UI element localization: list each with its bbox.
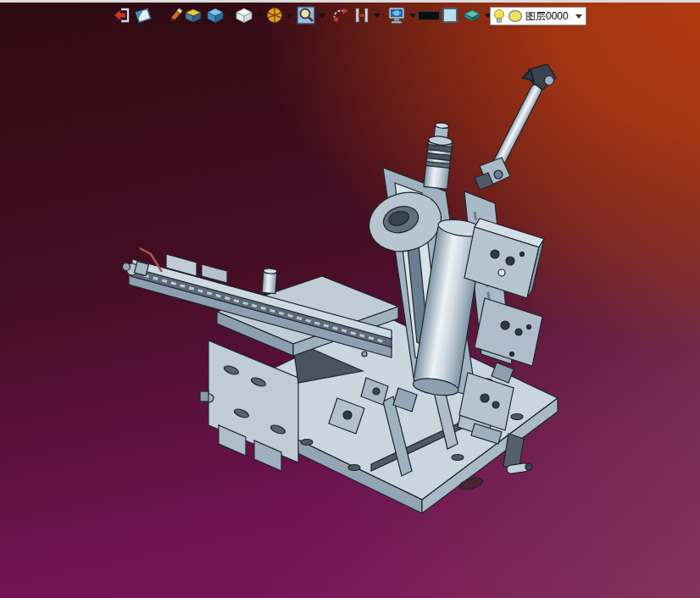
chevron-down-icon[interactable] <box>286 14 293 18</box>
lightbulb-on-icon <box>493 8 505 24</box>
shaded-display-button[interactable] <box>206 5 235 25</box>
orange-segmented-sphere-icon <box>266 7 283 24</box>
main-toolbar: 图层0000 <box>0 3 700 28</box>
magnifier-square-icon <box>297 6 315 25</box>
combo-dropdown-arrow-icon[interactable] <box>575 14 582 19</box>
monitor-render-icon <box>387 6 406 25</box>
wireframe-display-button[interactable] <box>235 5 264 25</box>
color-swatch-icon <box>442 8 458 23</box>
line-width-button[interactable] <box>418 5 440 25</box>
exit-door-arrow-icon <box>114 7 131 24</box>
chevron-down-icon[interactable] <box>374 14 381 18</box>
view-plane-icon <box>135 6 153 25</box>
application-window: 图层0000 <box>0 0 700 598</box>
wireframe-cube-icon <box>235 7 253 24</box>
zoom-window-button[interactable] <box>297 5 325 25</box>
exit-button[interactable] <box>114 5 131 25</box>
chevron-down-icon[interactable] <box>228 14 235 18</box>
3d-viewport[interactable] <box>0 0 700 598</box>
line-width-swatch-icon <box>418 11 440 20</box>
box-yellow-top-icon <box>184 7 203 24</box>
layer-color-swatch-icon <box>508 9 523 23</box>
layer-name-label: 图层0000 <box>525 8 569 25</box>
chevron-down-icon[interactable] <box>257 14 264 18</box>
chevron-down-icon[interactable] <box>157 14 164 18</box>
layer-slab-icon <box>463 8 481 23</box>
render-button[interactable] <box>387 5 416 25</box>
pencil-icon <box>168 7 183 24</box>
chevron-down-icon[interactable] <box>409 14 416 18</box>
segment-sphere-button[interactable] <box>266 5 293 25</box>
h-beam-icon <box>353 7 370 24</box>
3d-model <box>123 64 558 513</box>
view-orientation-button[interactable] <box>135 5 164 25</box>
orbit-button[interactable] <box>331 5 350 25</box>
model-top-cylinder <box>424 122 454 190</box>
solid-box-button[interactable] <box>184 5 203 25</box>
shaded-cube-icon <box>206 7 225 24</box>
dimension-button[interactable] <box>353 5 381 25</box>
model-left-bracket <box>200 341 298 471</box>
sketch-button[interactable] <box>168 5 183 25</box>
model-top-rod <box>475 64 556 190</box>
orbit-rotate-icon <box>331 7 350 24</box>
layers-button[interactable] <box>463 5 492 25</box>
chevron-down-icon[interactable] <box>319 14 325 18</box>
layer-selector[interactable]: 图层0000 <box>490 7 586 25</box>
color-button[interactable] <box>442 5 458 25</box>
